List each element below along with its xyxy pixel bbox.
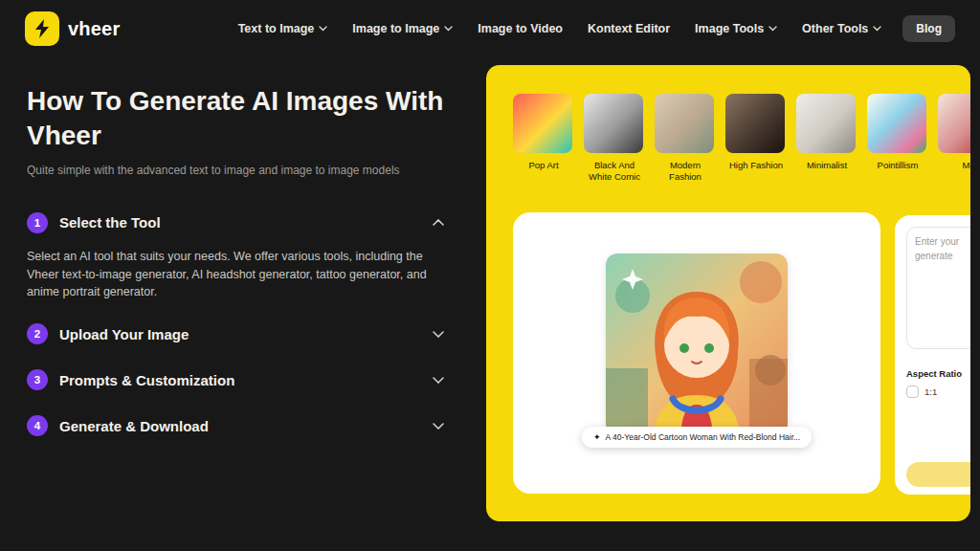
prompt-panel: Enter your generate Aspect Ratio 1:1 — [895, 215, 970, 495]
style-thumbnail-image — [584, 94, 643, 153]
style-thumbnail-label: Black And White Comic — [584, 160, 645, 183]
style-thumbnail-pointillism[interactable]: Pointillism — [867, 94, 928, 183]
step-title: Upload Your Image — [59, 326, 421, 342]
nav-label: Kontext Editor — [588, 22, 670, 35]
style-thumbnail-clipped[interactable]: Mo — [938, 94, 970, 183]
accordion-step-3-header[interactable]: 3 Prompts & Customization — [27, 357, 444, 403]
aspect-ratio-value: 1:1 — [924, 386, 937, 397]
step-number-badge: 3 — [27, 369, 48, 390]
preview-panel: Pop Art Black And White Comic Modern Fas… — [486, 65, 970, 521]
logo-text: vheer — [68, 18, 120, 40]
nav-label: Image to Image — [352, 22, 439, 35]
style-thumbnail-minimalist[interactable]: Minimalist — [796, 94, 858, 183]
generation-canvas-card: ✦ A 40-Year-Old Cartoon Woman With Red-B… — [513, 212, 880, 494]
style-thumbnail-label: Modern Fashion — [655, 160, 716, 183]
step-title: Select the Tool — [59, 214, 421, 231]
step-title: Prompts & Customization — [59, 372, 421, 388]
chevron-down-icon — [873, 26, 881, 32]
accordion-step-4-header[interactable]: 4 Generate & Download — [27, 403, 444, 449]
style-thumbnail-label: High Fashion — [725, 160, 787, 171]
image-caption-pill: ✦ A 40-Year-Old Cartoon Woman With Red-B… — [582, 427, 812, 448]
style-thumbnail-pop-art[interactable]: Pop Art — [513, 94, 574, 183]
style-thumbnail-black-and-white-comic[interactable]: Black And White Comic — [584, 94, 645, 183]
style-thumbnail-label: Pop Art — [513, 160, 574, 171]
style-thumbnail-image — [867, 94, 926, 153]
sparkle-icon: ✦ — [593, 432, 601, 442]
accordion-step-4: 4 Generate & Download — [27, 403, 459, 449]
page-subtitle: Quite simple with the advanced text to i… — [27, 164, 459, 177]
nav-item-text-to-image[interactable]: Text to Image — [238, 22, 328, 35]
image-caption-text: A 40-Year-Old Cartoon Woman With Red-Blo… — [605, 432, 800, 442]
accordion-step-3: 3 Prompts & Customization — [27, 357, 459, 403]
style-thumbnail-image — [938, 94, 970, 153]
chevron-down-icon — [433, 377, 444, 384]
prompt-input[interactable]: Enter your generate — [906, 227, 970, 349]
logo[interactable]: vheer — [25, 11, 120, 46]
page-title: How To Generate AI Images With Vheer — [27, 84, 459, 154]
prompt-placeholder-line1: Enter your — [915, 236, 959, 247]
nav-item-other-tools[interactable]: Other Tools — [802, 22, 881, 35]
accordion-step-2: 2 Upload Your Image — [27, 311, 459, 357]
chevron-down-icon — [768, 26, 777, 32]
generate-button[interactable] — [906, 462, 970, 487]
step-number-badge: 2 — [27, 323, 48, 344]
aspect-ratio-label: Aspect Ratio — [906, 368, 962, 379]
style-thumbnail-image — [513, 94, 572, 153]
chevron-down-icon — [433, 331, 444, 338]
chevron-down-icon — [319, 26, 327, 32]
step-number-badge: 1 — [27, 212, 48, 233]
logo-bolt-icon — [25, 11, 59, 46]
chevron-down-icon — [444, 26, 453, 32]
style-thumbnail-image — [655, 94, 714, 153]
nav-label: Image Tools — [695, 22, 764, 35]
style-thumbnail-image — [796, 94, 856, 153]
style-thumbnail-label: Pointillism — [867, 160, 928, 171]
nav-label: Other Tools — [802, 22, 868, 35]
blog-button[interactable]: Blog — [902, 15, 955, 42]
nav-item-image-tools[interactable]: Image Tools — [695, 22, 777, 35]
nav-label: Text to Image — [238, 22, 315, 35]
step-body-text: Select an AI tool that suits your needs.… — [27, 246, 448, 311]
generated-image — [606, 253, 788, 435]
step-title: Generate & Download — [59, 418, 421, 434]
accordion-step-1-header[interactable]: 1 Select the Tool — [27, 200, 444, 246]
style-thumbnail-modern-fashion[interactable]: Modern Fashion — [655, 94, 716, 183]
header: vheer Text to Image Image to Image Image… — [0, 0, 980, 57]
style-thumbnail-image — [725, 94, 785, 153]
steps-accordion: 1 Select the Tool Select an AI tool that… — [27, 200, 459, 449]
nav-label: Image to Video — [478, 22, 563, 35]
nav-item-image-to-video[interactable]: Image to Video — [478, 22, 563, 35]
style-thumbnail-row: Pop Art Black And White Comic Modern Fas… — [513, 94, 970, 183]
style-thumbnail-label: Mo — [938, 160, 970, 171]
accordion-step-2-header[interactable]: 2 Upload Your Image — [27, 311, 444, 357]
main-nav: Text to Image Image to Image Image to Vi… — [238, 22, 882, 35]
hero-section: How To Generate AI Images With Vheer Qui… — [27, 84, 459, 449]
prompt-placeholder-line2: generate — [915, 251, 952, 261]
aspect-ratio-option-1-1[interactable]: 1:1 — [906, 386, 937, 398]
step-number-badge: 4 — [27, 415, 48, 436]
nav-item-kontext-editor[interactable]: Kontext Editor — [588, 22, 670, 35]
style-thumbnail-label: Minimalist — [796, 160, 858, 171]
ratio-checkbox-icon — [906, 386, 919, 398]
chevron-down-icon — [433, 423, 444, 430]
accordion-step-1: 1 Select the Tool Select an AI tool that… — [27, 200, 459, 311]
nav-item-image-to-image[interactable]: Image to Image — [352, 22, 453, 35]
style-thumbnail-high-fashion[interactable]: High Fashion — [725, 94, 787, 183]
chevron-up-icon — [433, 219, 444, 226]
